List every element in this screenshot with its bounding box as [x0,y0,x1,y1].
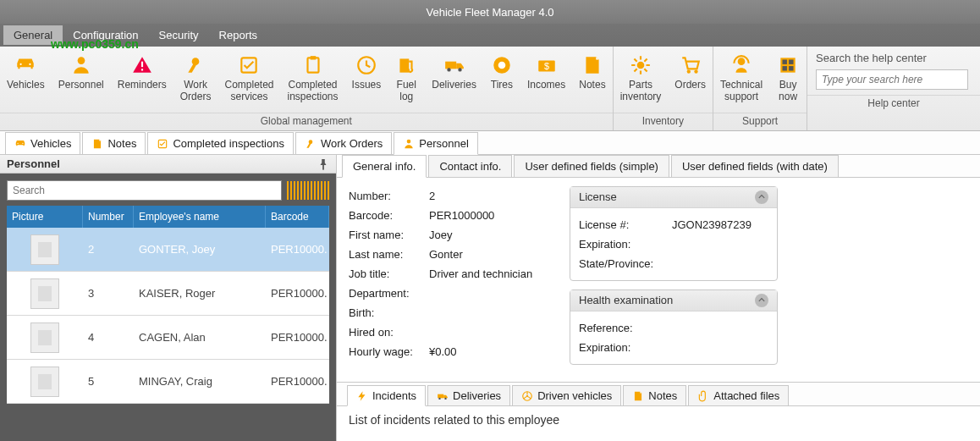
svg-point-35 [444,397,446,399]
barcode-icon[interactable] [287,181,329,200]
col-barcode[interactable]: Barcode [266,206,329,228]
tab-personnel[interactable]: Personnel [394,132,478,155]
ribbon-completed-inspections[interactable]: Completedinspections [281,52,345,103]
tab-label: Work Orders [321,137,383,150]
subtab-incidents[interactable]: Incidents [347,385,426,406]
cell-name: CAGEN, Alan [134,328,266,347]
svg-point-19 [637,62,645,69]
wrench-icon [305,138,317,150]
completed-services-icon [237,53,261,77]
menu-general[interactable]: General [3,25,63,45]
ribbon-personnel[interactable]: Personnel [52,52,111,91]
detail-tab-contact-info-[interactable]: Contact info. [428,155,512,177]
cell-number: 5 [83,372,134,391]
menu-configuration[interactable]: Configuration [63,25,148,45]
ribbon-tech-support[interactable]: Technicalsupport [713,52,769,103]
table-row[interactable]: 3KAISER, RogerPER10000. [7,272,329,316]
field-column: Number:2Barcode:PER1000000First name:Joe… [349,186,556,373]
health-box: Health examination Reference:Expiration: [570,289,778,365]
tab-notes[interactable]: Notes [82,132,146,154]
help-search-input[interactable] [816,69,968,90]
svg-point-20 [686,69,690,73]
person-icon [403,138,415,150]
menu-security[interactable]: Security [149,25,209,45]
detail-tab-general-info-[interactable]: General info. [342,155,427,178]
ribbon-reminders[interactable]: Reminders [111,52,173,91]
field-value: Gonter [429,248,556,261]
license-box-header[interactable]: License [570,187,777,208]
svg-rect-33 [438,394,443,398]
ribbon-orders[interactable]: Orders [668,52,713,91]
table-row[interactable]: 5MINGAY, CraigPER10000. [7,360,329,404]
ribbon-fuel-log[interactable]: Fuellog [388,52,425,103]
ribbon-incomes[interactable]: $Incomes [520,52,572,91]
cell-picture [7,363,83,400]
tab-label: Completed inspections [173,137,284,150]
field-value [429,306,556,319]
ribbon-parts-inventory[interactable]: Partsinventory [614,52,669,103]
detail-tab-user-defined-fields-with-date-[interactable]: User defined fields (with date) [671,155,839,177]
pin-icon[interactable] [317,158,329,170]
health-body: Reference:Expiration: [570,311,777,364]
cell-number: 4 [83,328,134,347]
ribbon-notes[interactable]: Notes [572,52,612,91]
ribbon-completed-services[interactable]: Completedservices [217,52,280,103]
boxes-column: License License #:JGON23987239Expiration… [570,186,778,373]
subtab-attached-files[interactable]: Attached files [688,385,789,405]
ribbon-label: Buynow [779,79,797,103]
ribbon-vehicles[interactable]: Vehicles [0,52,52,91]
field-label: Department: [349,287,429,300]
ribbon-label: Tires [491,79,513,91]
search-input[interactable] [7,180,282,201]
subtab-deliveries[interactable]: Deliveries [427,385,510,405]
collapse-icon[interactable] [755,190,768,204]
app-title: Vehicle Fleet Manager 4.0 [7,6,973,19]
ribbon-label: WorkOrders [180,79,212,103]
health-box-header[interactable]: Health examination [570,290,777,311]
tab-completed-inspections[interactable]: Completed inspections [147,132,294,154]
svg-rect-25 [789,60,793,64]
field-row: License #:JGON23987239 [579,215,768,234]
svg-point-14 [458,68,461,71]
subtab-driven-vehicles[interactable]: Driven vehicles [512,385,621,405]
tires-icon [490,53,514,77]
detail-tab-user-defined-fields-simple-[interactable]: User defined fields (simple) [514,155,669,177]
ribbon-issues[interactable]: Issues [345,52,388,91]
ribbon-tires[interactable]: Tires [483,52,520,91]
field-label: Hourly wage: [349,345,429,358]
detail-body: Number:2Barcode:PER1000000First name:Joe… [337,178,980,382]
ribbon-group-label: Support [713,113,807,130]
col-name[interactable]: Employee's name [134,206,266,228]
tab-vehicles[interactable]: Vehicles [5,132,80,154]
ribbon-group-inventory: PartsinventoryOrdersInventory [614,47,713,130]
license-title: License [579,190,617,204]
field-value [672,322,768,334]
menu-reports[interactable]: Reports [209,25,268,45]
table-row[interactable]: 2GONTER, JoeyPER10000. [7,228,329,272]
field-row: First name:Joey [349,225,556,245]
issues-icon [355,53,378,77]
cell-name: MINGAY, Craig [134,372,266,391]
orders-icon [679,53,702,77]
ribbon-group-label: Help center [807,95,980,113]
table-row[interactable]: 4CAGEN, AlanPER10000. [7,316,329,360]
field-row: Job title:Driver and technician [349,264,556,284]
ribbon-label: Issues [352,79,382,91]
tab-work-orders[interactable]: Work Orders [295,132,392,154]
col-number[interactable]: Number [83,206,134,228]
ribbon-deliveries[interactable]: Deliveries [425,52,483,91]
subtab-notes[interactable]: Notes [623,385,686,405]
field-label: Job title: [349,267,429,280]
ribbon-work-orders[interactable]: WorkOrders [173,52,218,103]
ribbon-buy-now[interactable]: Buynow [769,52,807,103]
ribbon-label: Completedservices [224,79,273,103]
deliveries-icon [443,53,466,77]
col-picture[interactable]: Picture [7,206,83,228]
field-row: Expiration: [579,234,768,254]
svg-point-2 [77,57,85,64]
personnel-icon [69,53,93,77]
field-value: ¥0.00 [429,345,556,358]
collapse-icon[interactable] [755,294,768,307]
ribbon-group-label: Global management [0,113,613,130]
svg-rect-9 [310,56,316,59]
